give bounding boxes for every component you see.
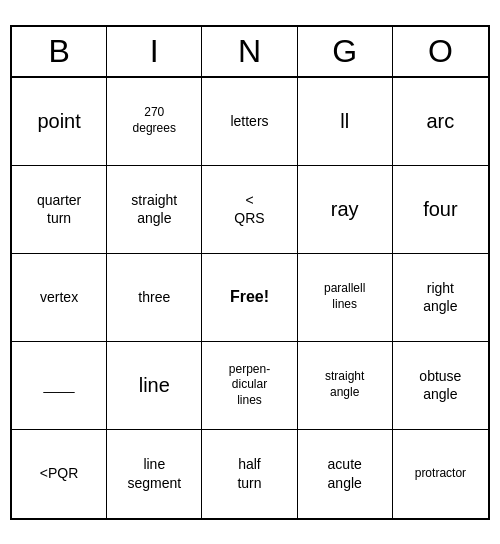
cell-content: protractor	[415, 466, 466, 482]
bingo-cell: acuteangle	[298, 430, 393, 518]
bingo-cell: halfturn	[202, 430, 297, 518]
header-letter: N	[202, 27, 297, 76]
cell-content: linesegment	[127, 455, 181, 491]
cell-content: acuteangle	[328, 455, 362, 491]
bingo-cell: four	[393, 166, 488, 254]
cell-content: Free!	[230, 287, 269, 308]
cell-content: vertex	[40, 288, 78, 306]
cell-content: ll	[340, 108, 349, 134]
cell-content: straightangle	[131, 191, 177, 227]
bingo-cell: perpen-dicularlines	[202, 342, 297, 430]
bingo-cell: arc	[393, 78, 488, 166]
bingo-cell: ll	[298, 78, 393, 166]
cell-content: straightangle	[325, 369, 364, 400]
cell-content: three	[138, 288, 170, 306]
cell-content: parallelllines	[324, 281, 365, 312]
cell-content: letters	[230, 112, 268, 130]
bingo-header: BINGO	[12, 27, 488, 78]
cell-content: <QRS	[234, 191, 264, 227]
bingo-cell: <QRS	[202, 166, 297, 254]
cell-content: four	[423, 196, 457, 222]
cell-content: 270degrees	[133, 105, 176, 136]
cell-content: halfturn	[237, 455, 261, 491]
bingo-cell: ____	[12, 342, 107, 430]
bingo-cell: line	[107, 342, 202, 430]
bingo-cell: rightangle	[393, 254, 488, 342]
bingo-cell: vertex	[12, 254, 107, 342]
bingo-cell: linesegment	[107, 430, 202, 518]
bingo-cell: point	[12, 78, 107, 166]
cell-content: ____	[44, 376, 75, 394]
bingo-cell: letters	[202, 78, 297, 166]
bingo-cell: quarterturn	[12, 166, 107, 254]
header-letter: B	[12, 27, 107, 76]
cell-content: <PQR	[40, 464, 79, 482]
bingo-cell: straightangle	[298, 342, 393, 430]
header-letter: O	[393, 27, 488, 76]
bingo-cell: 270degrees	[107, 78, 202, 166]
bingo-card: BINGO point270degreeslettersllarcquarter…	[10, 25, 490, 520]
cell-content: rightangle	[423, 279, 457, 315]
cell-content: line	[139, 372, 170, 398]
bingo-cell: Free!	[202, 254, 297, 342]
bingo-grid: point270degreeslettersllarcquarterturnst…	[12, 78, 488, 518]
bingo-cell: protractor	[393, 430, 488, 518]
cell-content: arc	[426, 108, 454, 134]
bingo-cell: ray	[298, 166, 393, 254]
bingo-cell: straightangle	[107, 166, 202, 254]
cell-content: obtuseangle	[419, 367, 461, 403]
cell-content: point	[37, 108, 80, 134]
bingo-cell: three	[107, 254, 202, 342]
cell-content: quarterturn	[37, 191, 81, 227]
header-letter: G	[298, 27, 393, 76]
header-letter: I	[107, 27, 202, 76]
cell-content: ray	[331, 196, 359, 222]
bingo-cell: parallelllines	[298, 254, 393, 342]
bingo-cell: obtuseangle	[393, 342, 488, 430]
cell-content: perpen-dicularlines	[229, 362, 270, 409]
bingo-cell: <PQR	[12, 430, 107, 518]
